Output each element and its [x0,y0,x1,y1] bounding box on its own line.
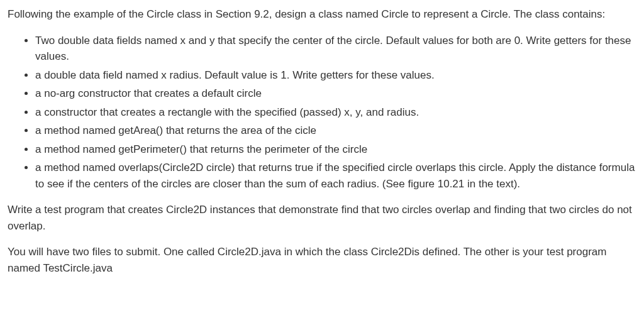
list-item: a constructor that creates a rectangle w… [35,104,636,121]
list-item: a no-arg constructor that creates a defa… [35,85,636,102]
list-item: Two double data fields named x and y tha… [35,33,636,65]
requirements-list: Two double data fields named x and y tha… [8,33,636,192]
list-item: a method named getArea() that returns th… [35,123,636,139]
submission-paragraph: You will have two files to submit. One c… [8,244,636,276]
intro-paragraph: Following the example of the Circle clas… [8,6,636,23]
list-item: a method named overlaps(Circle2D circle)… [35,160,636,192]
test-program-paragraph: Write a test program that creates Circle… [8,202,636,234]
list-item: a double data field named x radius. Defa… [35,67,636,84]
list-item: a method named getPerimeter() that retur… [35,141,636,158]
